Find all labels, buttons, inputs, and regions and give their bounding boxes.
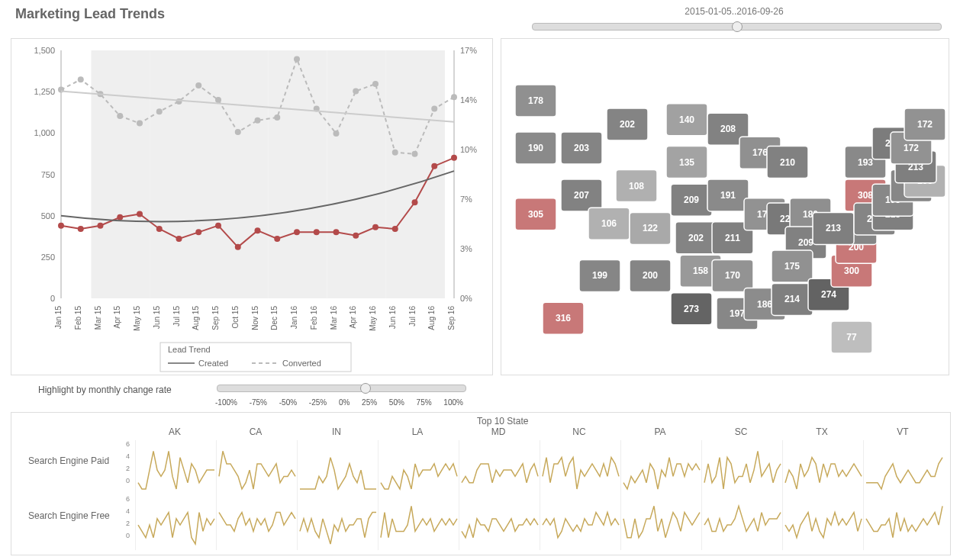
spark-cell[interactable] — [620, 495, 702, 550]
state-label: 305 — [528, 209, 543, 220]
svg-point-49 — [195, 229, 201, 235]
svg-text:1,500: 1,500 — [34, 46, 55, 55]
svg-text:May 16: May 16 — [369, 306, 377, 331]
spark-row-label: Search Engine Free — [28, 510, 110, 521]
svg-text:Apr 15: Apr 15 — [113, 306, 121, 329]
highlight-tick: -25% — [309, 398, 327, 407]
state-label: 202 — [620, 119, 635, 130]
svg-point-46 — [137, 211, 143, 217]
svg-text:Jul 15: Jul 15 — [172, 306, 181, 327]
state-label: 308 — [858, 190, 873, 201]
state-label: 172 — [904, 143, 919, 153]
state-label: 210 — [780, 157, 795, 168]
spark-cell[interactable] — [216, 495, 298, 550]
state-label: 209 — [684, 195, 699, 205]
spark-cell[interactable] — [782, 495, 864, 550]
svg-point-81 — [412, 151, 418, 157]
spark-cell[interactable] — [135, 440, 217, 495]
svg-point-82 — [431, 105, 437, 111]
svg-point-60 — [412, 199, 418, 205]
svg-point-59 — [392, 226, 398, 232]
spark-cell[interactable] — [701, 440, 783, 495]
highlight-tick: 50% — [389, 398, 404, 407]
svg-text:Mar 16: Mar 16 — [330, 306, 338, 330]
svg-point-83 — [451, 94, 457, 100]
svg-point-50 — [215, 223, 221, 229]
state-label: 193 — [858, 157, 873, 168]
svg-point-44 — [98, 223, 104, 229]
svg-point-53 — [274, 236, 280, 242]
spark-cell[interactable] — [297, 440, 379, 495]
svg-text:3%: 3% — [460, 244, 472, 253]
state-label: 214 — [784, 294, 800, 304]
spark-cell[interactable] — [620, 440, 702, 495]
state-label: 176 — [752, 147, 768, 158]
spark-row-label: Search Engine Paid — [28, 455, 109, 466]
svg-text:0%: 0% — [460, 294, 472, 303]
state-label: 77 — [846, 332, 857, 343]
spark-ytick: 6 — [126, 440, 130, 448]
spark-cell[interactable] — [540, 440, 621, 495]
svg-point-42 — [58, 223, 64, 229]
svg-text:10%: 10% — [460, 145, 477, 154]
state-label: 190 — [528, 143, 543, 153]
svg-text:Oct 15: Oct 15 — [231, 306, 240, 329]
svg-text:Lead Trend: Lead Trend — [168, 345, 211, 354]
state-label: 209 — [798, 237, 813, 248]
spark-cell[interactable] — [378, 440, 459, 495]
svg-point-64 — [78, 76, 84, 82]
state-label: 316 — [556, 313, 571, 323]
highlight-tick: 75% — [417, 398, 432, 407]
page-title: Marketing Lead Trends — [15, 6, 165, 22]
svg-point-61 — [431, 163, 437, 169]
svg-rect-0 — [92, 50, 150, 298]
spark-cell[interactable] — [459, 495, 540, 550]
spark-cell[interactable] — [701, 495, 783, 550]
svg-point-66 — [117, 113, 123, 119]
spark-header: PA — [620, 426, 700, 437]
spark-ytick: 0 — [126, 532, 130, 539]
highlight-label: Highlight by monthly change rate — [38, 385, 172, 395]
lead-trend-chart[interactable]: 02505007501,0001,2501,5000%3%7%10%14%17%… — [11, 38, 493, 375]
svg-point-45 — [117, 214, 123, 220]
highlight-tick: -75% — [250, 398, 267, 407]
sparklines-panel: Top 10 State AKCAINLAMDNCPASCTXVT Search… — [11, 412, 951, 555]
state-label: 273 — [684, 304, 699, 314]
svg-text:Jun 16: Jun 16 — [388, 306, 397, 329]
state-label: 213 — [826, 223, 841, 233]
svg-point-74 — [274, 114, 280, 121]
spark-cell[interactable] — [297, 495, 379, 550]
spark-header: TX — [782, 426, 862, 437]
us-map[interactable]: 1781903052072032021061991081222001401352… — [501, 38, 949, 375]
state-label: 108 — [629, 181, 644, 191]
highlight-ticks: -100%-75%-50%-25%0%25%50%75%100% — [215, 398, 463, 407]
highlight-slider[interactable] — [217, 385, 466, 392]
spark-header: CA — [216, 426, 295, 437]
svg-rect-3 — [268, 50, 327, 298]
svg-text:0: 0 — [50, 294, 55, 303]
spark-cell[interactable] — [459, 440, 540, 495]
svg-point-48 — [176, 236, 182, 242]
spark-ytick: 6 — [126, 495, 130, 503]
svg-text:250: 250 — [41, 253, 55, 262]
sparklines-title: Top 10 State — [477, 416, 528, 426]
spark-cell[interactable] — [135, 495, 217, 550]
date-range-label: 2015-01-05..2016-09-26 — [528, 6, 940, 17]
spark-ytick: 2 — [126, 465, 130, 472]
spark-cell[interactable] — [540, 495, 621, 550]
svg-text:Converted: Converted — [282, 359, 321, 368]
spark-cell[interactable] — [216, 440, 298, 495]
svg-text:Jan 16: Jan 16 — [290, 306, 298, 329]
svg-text:500: 500 — [41, 211, 55, 220]
svg-point-62 — [451, 155, 457, 161]
state-label: 300 — [844, 266, 859, 276]
spark-cell[interactable] — [863, 440, 945, 495]
date-range-slider[interactable] — [532, 23, 942, 31]
svg-point-43 — [78, 226, 84, 232]
svg-point-78 — [353, 89, 359, 95]
spark-cell[interactable] — [782, 440, 864, 495]
svg-text:7%: 7% — [460, 195, 472, 204]
spark-cell[interactable] — [378, 495, 459, 550]
spark-cell[interactable] — [863, 495, 945, 550]
svg-text:Jun 15: Jun 15 — [153, 306, 161, 329]
